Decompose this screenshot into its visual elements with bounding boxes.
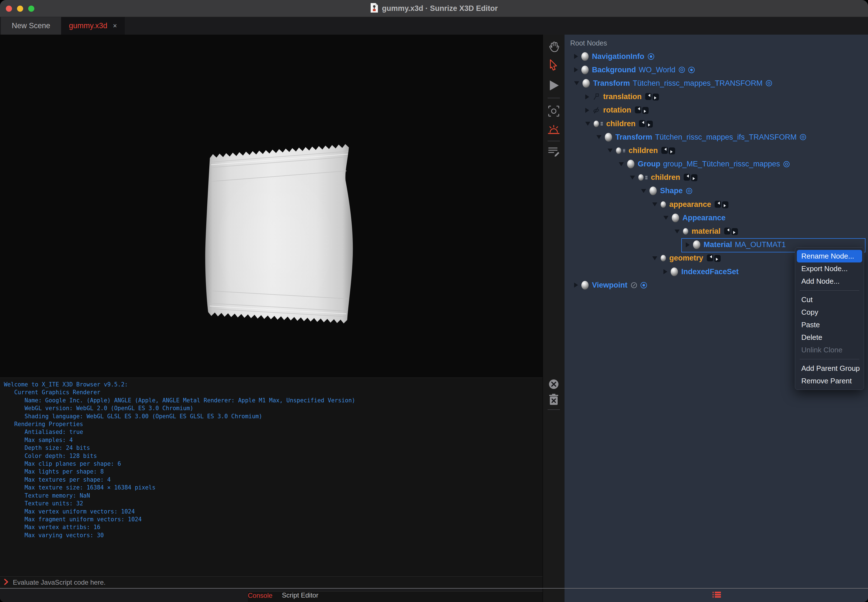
expand-arrow-icon[interactable] [574,54,578,59]
tree-row-children[interactable]: children [564,144,868,157]
tree-row-children[interactable]: children [564,117,868,131]
tree-row-background[interactable]: BackgroundWO_World [564,63,868,77]
node-type: IndexedFaceSet [681,267,739,276]
menu-item-remove-parent[interactable]: Remove Parent [795,375,864,387]
field-name: children [651,173,680,182]
collapse-arrow-icon[interactable] [652,203,657,206]
expand-arrow-icon[interactable] [574,67,578,72]
menu-item-unlink-clone: Unlink Clone [795,344,864,356]
route-icons[interactable] [645,93,659,101]
menu-item-delete[interactable]: Delete [795,331,864,344]
node-sphere-icon [649,186,657,195]
visibility-eye-icon[interactable] [800,134,806,140]
visibility-eye-icon[interactable] [784,161,790,167]
tree-row-shape[interactable]: Shape [564,184,868,198]
route-icons[interactable] [715,201,729,209]
node-sphere-icon [627,160,634,168]
pan-tool-button[interactable] [543,40,564,53]
menu-item-paste[interactable]: Paste [795,319,864,331]
visibility-eye-icon[interactable] [686,188,692,194]
collapse-arrow-icon[interactable] [619,162,624,166]
route-icons[interactable] [707,254,721,262]
select-tool-button[interactable] [543,58,564,72]
tree-row-transform[interactable]: TransformTütchen_rissc_mappes_ifs_TRANSF… [564,131,868,144]
collapse-arrow-icon[interactable] [630,176,635,180]
tree-row-appearance[interactable]: appearance [564,198,868,211]
visibility-eye-icon[interactable] [766,80,772,86]
menu-item-rename-node[interactable]: Rename Node... [797,250,862,263]
headlight-button[interactable] [543,124,564,135]
bottom-tab-bar: Console Script Editor [0,588,564,602]
target-icon[interactable] [641,282,647,289]
collapse-arrow-icon[interactable] [652,256,657,260]
strip-separator [547,98,560,98]
collapse-arrow-icon[interactable] [597,135,601,139]
tree-row-material[interactable]: material [564,224,868,238]
console-panel[interactable]: Welcome to X_ITE X3D Browser v9.5.2: Cur… [0,378,543,577]
node-type: Viewpoint [592,281,627,290]
collapse-arrow-icon[interactable] [675,229,679,233]
outline-header: Root Nodes [570,39,607,47]
expand-arrow-icon[interactable] [574,283,578,287]
target-icon[interactable] [688,67,695,73]
field-name: rotation [603,106,631,115]
tree-row-appearance[interactable]: Appearance [564,211,868,224]
node-name: Tütchen_rissc_mappes_TRANSFORM [633,79,762,88]
tab-new-scene[interactable]: New Scene [1,17,62,35]
expand-arrow-icon[interactable] [585,108,589,113]
delete-log-button[interactable] [543,394,564,405]
tab-close-icon[interactable]: × [113,22,117,30]
console-line: Max vertex uniform vectors: 1024 [4,508,543,516]
tree-row-group[interactable]: Groupgroup_ME_Tütchen_rissc_mappes [564,158,868,171]
close-window-button[interactable] [6,6,12,12]
tree-row-transform[interactable]: TransformTütchen_rissc_mappes_TRANSFORM [564,77,868,90]
multi-node-list-icon [601,122,603,125]
tab-script-editor[interactable]: Script Editor [282,591,319,599]
minimize-window-button[interactable] [17,6,23,12]
expand-arrow-icon[interactable] [663,269,667,274]
menu-item-cut[interactable]: Cut [795,293,864,306]
tab-gummy-x3d[interactable]: gummy.x3d × [62,17,125,35]
tree-row-rotation[interactable]: rotation [564,104,868,117]
target-icon[interactable] [648,53,654,60]
clear-console-button[interactable] [543,379,564,390]
menu-item-export-node[interactable]: Export Node... [795,263,864,275]
console-input[interactable] [12,578,460,587]
node-type: Group [638,160,660,168]
cursor-icon [548,58,559,72]
console-line: Antialiased: true [4,428,543,436]
scene-tab-bar: New Scene gummy.x3d × [0,17,868,35]
menu-separator [800,290,859,291]
tree-row-navigationinfo[interactable]: NavigationInfo [564,50,868,63]
route-icons[interactable] [639,120,653,128]
collapse-arrow-icon[interactable] [641,189,646,193]
viewport-canvas[interactable] [0,35,543,378]
menu-item-copy[interactable]: Copy [795,306,864,319]
translation-icon [592,93,600,101]
traffic-lights [6,6,34,12]
route-icons[interactable] [635,106,649,114]
rotation-icon [592,106,600,114]
menu-item-add-node[interactable]: Add Node... [795,275,864,287]
route-icons[interactable] [724,227,739,235]
collapse-arrow-icon[interactable] [663,216,669,220]
expand-arrow-icon[interactable] [585,94,589,100]
zoom-window-button[interactable] [28,6,34,12]
outline-editor-tab-icon[interactable] [713,591,721,599]
edit-pencil-icon[interactable] [631,282,637,289]
collapse-arrow-icon[interactable] [574,81,579,85]
bottom-separator [0,588,868,588]
view-all-button[interactable] [543,105,564,117]
collapse-arrow-icon[interactable] [585,122,590,126]
route-icons[interactable] [661,147,676,155]
menu-item-add-parent-group[interactable]: Add Parent Group [795,362,864,375]
tree-row-children[interactable]: children [564,171,868,184]
menu-separator [800,359,859,359]
console-line: Welcome to X_ITE X3D Browser v9.5.2: [4,381,543,389]
collapse-arrow-icon[interactable] [607,149,613,152]
tree-row-translation[interactable]: translation [564,90,868,104]
visibility-eye-icon[interactable] [679,67,685,73]
script-editor-button[interactable] [543,146,564,157]
play-button[interactable] [543,79,564,92]
route-icons[interactable] [684,174,698,181]
